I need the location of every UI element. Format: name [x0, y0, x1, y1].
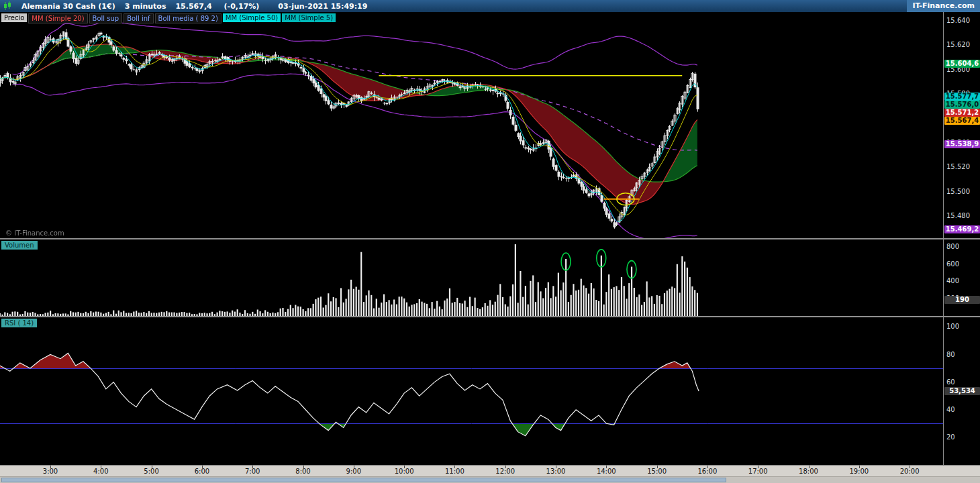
- volume-panel: Volumen 800600400200190: [0, 239, 980, 316]
- time-label: 4:00: [93, 468, 108, 475]
- watermark: © IT-Finance.com: [5, 229, 64, 237]
- mm20-badge: 15.571,2: [944, 109, 980, 117]
- legend-boll-sup[interactable]: Boll sup: [89, 13, 123, 23]
- scrollbar-thumb[interactable]: [1, 478, 726, 482]
- legend-precio[interactable]: Precio: [1, 13, 27, 22]
- candlestick-logo-icon: [3, 1, 12, 11]
- last-price-value: 15.567,4: [175, 2, 211, 11]
- volume-axis: 800600400200190: [943, 239, 980, 316]
- time-label: 17:00: [748, 468, 768, 475]
- volume-chart-canvas[interactable]: [0, 239, 943, 316]
- instrument-name: Alemania 30 Cash (1€): [21, 2, 115, 11]
- price-panel: PrecioMM (Simple 20)Boll supBoll infBoll…: [0, 12, 980, 238]
- rsi-label[interactable]: RSI ( 14): [1, 319, 37, 327]
- time-label: 10:00: [395, 468, 414, 475]
- time-label: 7:00: [245, 468, 260, 475]
- time-label: 11:00: [445, 468, 464, 475]
- axis-tick-label: 40: [946, 406, 955, 413]
- axis-tick-label: 15.480: [946, 212, 970, 219]
- legend-mm-simple-50[interactable]: MM (Simple 50): [223, 13, 281, 22]
- last-price-header: 15.567,4 (-0,17%): [175, 2, 268, 11]
- axis-tick-label: 80: [946, 351, 955, 358]
- time-label: 9:00: [346, 468, 361, 475]
- axis-tick-label: 60: [946, 378, 955, 386]
- time-label: 16:00: [697, 468, 717, 475]
- mm5-badge: 15.577,7: [944, 93, 980, 101]
- brand-link[interactable]: IT-Finance.com: [907, 0, 980, 12]
- legend-boll-inf[interactable]: Boll inf: [124, 13, 153, 23]
- axis-tick-label: 100: [946, 323, 959, 330]
- time-label: 15:00: [647, 468, 667, 475]
- time-label: 18:00: [799, 468, 818, 475]
- axis-tick-label: 15.520: [946, 163, 970, 170]
- time-axis: 3:004:005:006:007:008:009:0010:0011:0012…: [0, 466, 980, 476]
- time-label: 8:00: [295, 468, 310, 475]
- time-label: 3:00: [43, 468, 58, 475]
- axis-tick-label: 15.640: [946, 17, 970, 24]
- time-label: 14:00: [597, 468, 616, 475]
- price-axis: 15.64015.62015.60015.58015.56015.54015.5…: [943, 12, 980, 238]
- price-chart-canvas[interactable]: [0, 12, 943, 238]
- header-bar: Alemania 30 Cash (1€) 3 minutos 15.567,4…: [0, 0, 980, 12]
- axis-tick-label: 20: [946, 433, 955, 441]
- horizontal-scrollbar[interactable]: [0, 476, 980, 483]
- last-price-badge: 15.567,4: [944, 117, 980, 125]
- boll-sup-badge: 15.604,6: [944, 60, 980, 68]
- timeframe-label: 3 minutos: [125, 2, 166, 11]
- boll-media-badge: 15.538,9: [944, 140, 980, 148]
- rsi-chart-canvas[interactable]: [0, 317, 943, 465]
- time-label: 6:00: [195, 468, 209, 475]
- volume-last-badge: 190: [944, 296, 980, 304]
- change-percent: (-0,17%): [224, 2, 260, 11]
- time-label: 20:00: [900, 468, 920, 475]
- trading-chart-app: Alemania 30 Cash (1€) 3 minutos 15.567,4…: [0, 0, 980, 483]
- volume-label[interactable]: Volumen: [1, 241, 38, 250]
- axis-tick-label: 600: [946, 260, 959, 268]
- price-legend: PrecioMM (Simple 20)Boll supBoll infBoll…: [1, 13, 336, 23]
- rsi-last-badge: 53,534: [944, 387, 980, 395]
- time-label: 5:00: [144, 468, 158, 475]
- mm50-badge: 15.576,0: [944, 101, 980, 109]
- datetime-label: 03-jun-2021 15:49:19: [278, 2, 367, 11]
- rsi-panel: RSI ( 14) 1008060402053,534: [0, 317, 980, 465]
- boll-inf-badge: 15.469,2: [944, 225, 980, 233]
- axis-tick-label: 15.620: [946, 41, 970, 48]
- time-label: 13:00: [546, 468, 566, 475]
- axis-tick-label: 800: [946, 243, 959, 250]
- axis-tick-label: 15.500: [946, 188, 970, 195]
- rsi-axis: 1008060402053,534: [943, 317, 980, 465]
- legend-mm-simple-20[interactable]: MM (Simple 20): [28, 13, 87, 23]
- axis-tick-label: 400: [946, 277, 959, 284]
- time-label: 12:00: [495, 468, 515, 475]
- legend-boll-media-89-2[interactable]: Boll media ( 89 2): [155, 13, 222, 23]
- time-label: 19:00: [849, 468, 869, 475]
- legend-mm-simple-5[interactable]: MM (Simple 5): [282, 13, 336, 22]
